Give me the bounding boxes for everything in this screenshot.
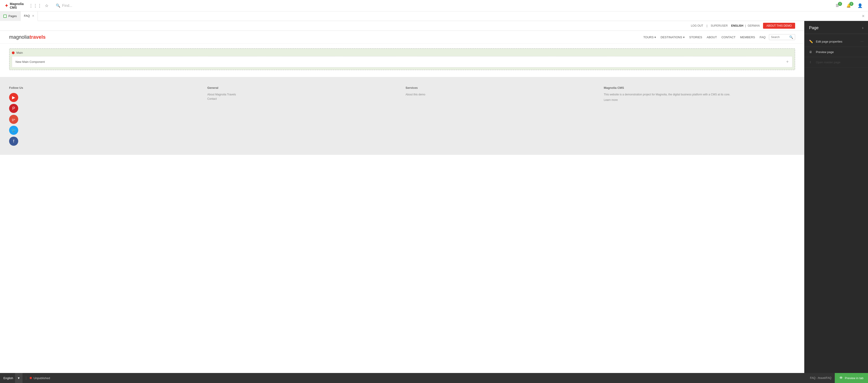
tab-bar: Pages FAQ × × [0, 11, 868, 21]
tab-pages[interactable]: Pages [0, 11, 21, 21]
footer-magnolia-title: Magnolia CMS [604, 86, 795, 90]
footer-about-demo-link[interactable]: About this demo [406, 93, 597, 96]
tasks-count-badge: 0 [838, 2, 842, 6]
right-panel-toggle-button[interactable]: › [862, 26, 863, 30]
apps-grid-icon[interactable]: ⋮⋮⋮ [30, 0, 41, 11]
about-demo-button[interactable]: ABOUT THIS DEMO [763, 23, 795, 29]
footer-general-title: General [208, 86, 399, 90]
edit-page-properties-action[interactable]: ✏️ Edit page properties ··· [804, 36, 868, 47]
tab-faq[interactable]: FAQ × [21, 11, 38, 21]
page-content-area: LOG OUT | SUPERUSER ENGLISH | GERMAN ABO… [0, 21, 804, 383]
tab-faq-close-icon[interactable]: × [32, 14, 34, 18]
nav-contact[interactable]: CONTACT [721, 35, 736, 39]
language-dropdown[interactable]: ▼ [15, 373, 23, 383]
site-search-input[interactable] [771, 35, 789, 39]
global-search-bar: 🔍 [52, 3, 832, 8]
tab-bar-close-button[interactable]: × [859, 11, 868, 21]
top-bar-right: ☰ 0 🔔 0 👤 [832, 0, 866, 11]
status-language: English ▼ [0, 373, 26, 383]
footer-magnolia-description: This website is a demonstration project … [604, 93, 795, 96]
main-section: Main New Main Component + [9, 48, 795, 70]
footer-general: General About Magnolia Travels Contact [208, 86, 399, 146]
tasks-button[interactable]: ☰ 0 [832, 0, 843, 11]
site-search: 🔍 [769, 34, 795, 40]
pinterest-icon[interactable]: P [9, 104, 18, 113]
main-section-header: Main [12, 51, 793, 55]
footer-follow-title: Follow Us [9, 86, 200, 90]
tab-faq-label: FAQ [24, 14, 30, 18]
right-panel: Page › ✏️ Edit page properties ··· 🖥 Pre… [804, 21, 868, 383]
footer-contact-link[interactable]: Contact [208, 97, 399, 100]
status-unpublished: Unpublished [26, 376, 54, 380]
main-dot [12, 52, 14, 54]
new-component-label: New Main Component [16, 60, 45, 64]
edit-icon: ✏️ [809, 40, 813, 43]
app-logo: ✦ Magnolia CMS [2, 2, 30, 9]
unpublished-dot [30, 377, 32, 379]
edit-action-dots: ··· [861, 39, 863, 43]
lang-english[interactable]: ENGLISH [731, 24, 743, 27]
nav-destinations[interactable]: DESTINATIONS ▾ [660, 35, 685, 39]
logout-link[interactable]: LOG OUT [691, 24, 703, 27]
nav-members[interactable]: MEMBERS [740, 35, 755, 39]
site-logo-bold: travels [29, 34, 45, 40]
preview-page-label: Preview page [816, 50, 863, 54]
language-label: English [3, 376, 13, 380]
nav-tours[interactable]: TOURS ▾ [643, 35, 656, 39]
main-layout: LOG OUT | SUPERUSER ENGLISH | GERMAN ABO… [0, 21, 868, 383]
site-header: magnoliatravels TOURS ▾ DESTINATIONS ▾ S… [0, 31, 804, 44]
preview-eye-icon: 👁 [839, 376, 843, 380]
add-component-icon[interactable]: + [786, 59, 789, 64]
footer-learn-more-link[interactable]: Learn more [604, 98, 795, 101]
language-switcher: ENGLISH | GERMAN [731, 24, 760, 27]
tab-pages-label: Pages [8, 14, 17, 18]
site-logo-light: magnolia [9, 34, 29, 40]
search-icon: 🔍 [56, 3, 60, 8]
website-preview: LOG OUT | SUPERUSER ENGLISH | GERMAN ABO… [0, 21, 804, 155]
preview-in-tab-button[interactable]: 👁 Preview in tab [835, 373, 868, 383]
status-path: FAQ · /travel/FAQ [807, 376, 835, 380]
site-footer: Follow Us ▶ P g+ 🐦 f General About Magno… [0, 77, 804, 155]
main-section-label: Main [17, 51, 23, 55]
right-panel-title: Page [809, 26, 818, 30]
admin-bar: LOG OUT | SUPERUSER ENGLISH | GERMAN ABO… [0, 21, 804, 31]
site-logo: magnoliatravels [9, 34, 45, 40]
preview-tab-label: Preview in tab [845, 376, 863, 380]
right-panel-actions: ✏️ Edit page properties ··· 🖥 Preview pa… [804, 34, 868, 70]
master-page-icon: ⬆ [809, 60, 813, 64]
googleplus-icon[interactable]: g+ [9, 115, 18, 124]
right-panel-header: Page › [804, 21, 868, 34]
svg-rect-0 [4, 15, 6, 17]
site-search-icon[interactable]: 🔍 [789, 35, 793, 39]
superuser-link[interactable]: SUPERUSER [711, 24, 728, 27]
edit-page-properties-label: Edit page properties [816, 40, 858, 43]
nav-faq[interactable]: FAQ [760, 35, 766, 39]
site-nav: TOURS ▾ DESTINATIONS ▾ STORIES ABOUT CON… [643, 35, 766, 39]
new-main-component[interactable]: New Main Component + [12, 56, 793, 67]
preview-icon: 🖥 [809, 50, 813, 54]
footer-services: Services About this demo [406, 86, 597, 146]
open-master-page-action[interactable]: ⬆ Open master page [804, 57, 868, 67]
top-bar: ✦ Magnolia CMS ⋮⋮⋮ ☆ 🔍 ☰ 0 🔔 0 👤 [0, 0, 868, 11]
youtube-icon[interactable]: ▶ [9, 93, 18, 102]
nav-stories[interactable]: STORIES [689, 35, 702, 39]
preview-page-action[interactable]: 🖥 Preview page [804, 47, 868, 57]
open-master-page-label: Open master page [816, 61, 863, 64]
app-logo-text: Magnolia CMS [10, 2, 27, 9]
chevron-down-icon: ▼ [17, 376, 20, 380]
notifications-count-badge: 0 [849, 2, 854, 6]
user-profile-button[interactable]: 👤 [854, 0, 866, 11]
page-main: Main New Main Component + [0, 44, 804, 77]
facebook-icon[interactable]: f [9, 137, 18, 146]
twitter-icon[interactable]: 🐦 [9, 126, 18, 135]
pages-icon [3, 14, 7, 18]
social-icons: ▶ P g+ 🐦 f [9, 93, 200, 146]
nav-about[interactable]: ABOUT [707, 35, 717, 39]
lang-german[interactable]: GERMAN [748, 24, 760, 27]
footer-about-travels-link[interactable]: About Magnolia Travels [208, 93, 399, 96]
search-input[interactable] [62, 4, 130, 8]
footer-services-title: Services [406, 86, 597, 90]
notifications-button[interactable]: 🔔 0 [843, 0, 854, 11]
favorites-icon[interactable]: ☆ [41, 0, 52, 11]
footer-magnolia-cms: Magnolia CMS This website is a demonstra… [604, 86, 795, 146]
